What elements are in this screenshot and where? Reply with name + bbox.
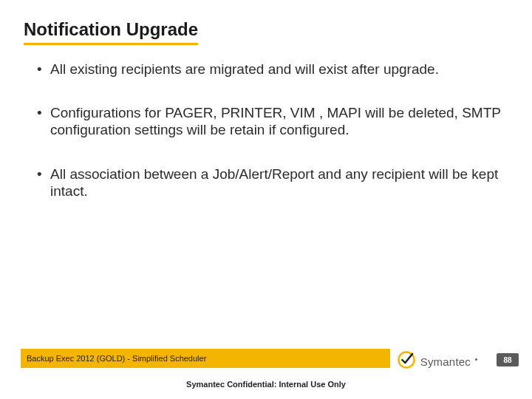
page-title: Notification Upgrade: [24, 19, 198, 45]
list-item: All association between a Job/Alert/Repo…: [37, 166, 502, 200]
brand-dot-icon: [475, 358, 477, 361]
bullet-list: All existing recipients are migrated and…: [37, 61, 502, 200]
content-area: All existing recipients are migrated and…: [37, 61, 502, 226]
footer-bar: Backup Exec 2012 (GOLD) - Simplified Sch…: [21, 349, 390, 368]
brand-name: Symantec: [420, 355, 471, 368]
footer-bar-text: Backup Exec 2012 (GOLD) - Simplified Sch…: [27, 354, 206, 363]
list-item: Configurations for PAGER, PRINTER, VIM ,…: [37, 104, 502, 138]
page-number-badge: 88: [497, 353, 519, 366]
confidential-footer: Symantec Confidential: Internal Use Only: [0, 380, 532, 389]
slide: Notification Upgrade All existing recipi…: [0, 0, 532, 399]
list-item: All existing recipients are migrated and…: [37, 61, 502, 78]
check-circle-icon: [397, 350, 416, 372]
brand-logo: Symantec: [397, 350, 477, 372]
